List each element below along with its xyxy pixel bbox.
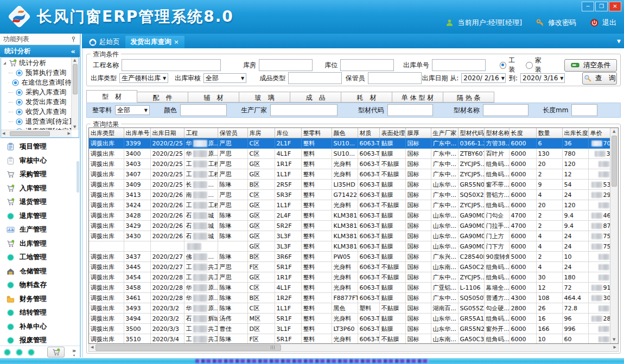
sidebar-item-14[interactable]: 报废管理 bbox=[0, 334, 80, 346]
search-button[interactable]: 查 询 bbox=[582, 72, 617, 85]
minimize-button[interactable]: ─ bbox=[582, 2, 594, 11]
table-row[interactable]: 调拨出库34452020/2/27工共工程严思F区5R1F整料光身料6063-T… bbox=[89, 262, 619, 272]
teal-dot-button-2[interactable] bbox=[16, 349, 23, 356]
column-header-5[interactable]: 库房 bbox=[247, 128, 275, 138]
table-row[interactable]: 调拨出库34372020/2/27佛...陈琳B区3R6F整料PW056063-… bbox=[89, 252, 619, 262]
table-row[interactable]: 调拨出库34292020/2/26石城陈琳G区5R2F整料KLM38176063… bbox=[89, 221, 619, 231]
column-header-12[interactable]: 生产厂家 bbox=[431, 128, 458, 138]
sidebar-item-0[interactable]: 项目管理 bbox=[0, 140, 80, 154]
cart-button[interactable] bbox=[47, 347, 65, 357]
sidebar-item-5[interactable]: 退库管理 bbox=[0, 209, 80, 223]
tab-shipping-outbound-query[interactable]: 发货出库查询 × bbox=[125, 36, 184, 48]
column-header-3[interactable]: 工程 bbox=[184, 128, 218, 138]
tab-home[interactable]: 起始页 bbox=[84, 36, 125, 48]
tree-item-5[interactable]: 退货查询[待定] bbox=[1, 117, 72, 126]
table-row[interactable]: 调拨出库34242020/2/26工工程严思G区1L1F整料光身料6063-T5… bbox=[89, 200, 619, 210]
material-tab-7[interactable]: 隔 热 条 bbox=[443, 92, 494, 103]
project-name-input[interactable] bbox=[122, 59, 221, 71]
tree-horizontal-scrollbar[interactable]: ◀ ▶ bbox=[1, 130, 72, 137]
menu-scrollbar[interactable] bbox=[77, 161, 79, 193]
tree-expander-icon[interactable] bbox=[3, 62, 6, 65]
column-header-16[interactable]: 数量 bbox=[536, 128, 562, 138]
tab-list-dropdown-icon[interactable]: ▼ bbox=[617, 39, 621, 44]
column-header-8[interactable]: 颜色 bbox=[332, 128, 358, 138]
column-header-13[interactable]: 型材代码 bbox=[458, 128, 484, 138]
clear-conditions-button[interactable]: 清空条件 bbox=[564, 59, 617, 72]
column-header-9[interactable]: 材质 bbox=[358, 128, 379, 138]
table-row[interactable]: G区3L3F整料KLM38176063-T5贴膜国标山东华...GA90M09.… bbox=[89, 241, 619, 252]
table-row[interactable]: 调拨出库33992020/2/25华原...严思C区2L1F整料SU10...6… bbox=[89, 138, 619, 149]
expand-more-button[interactable]: »▾ bbox=[72, 348, 76, 357]
out-type-select[interactable]: 生产领料出库▼ bbox=[119, 73, 168, 83]
sidebar-item-13[interactable]: 补单中心 bbox=[0, 320, 80, 334]
sidebar-item-2[interactable]: 采购管理 bbox=[0, 168, 80, 182]
table-row[interactable]: 调拨出库35002020/3/3工共工程曹佳D区3L1F整料LT3P606063… bbox=[89, 324, 619, 334]
scroll-down-icon[interactable]: ▼ bbox=[613, 338, 615, 342]
teal-dot-button-3[interactable] bbox=[28, 349, 35, 356]
scroll-up-icon[interactable]: ▲ bbox=[73, 59, 76, 62]
sidebar-item-7[interactable]: 出库管理 bbox=[0, 237, 80, 251]
column-header-0[interactable]: 出库类型 bbox=[89, 128, 124, 138]
table-row[interactable]: 调拨出库34282020/2/26石城陈琳G区2L4F整料KLM38176063… bbox=[89, 210, 619, 221]
radio-home-dot[interactable] bbox=[526, 62, 532, 69]
section-header-stats[interactable]: 统计分析 « bbox=[0, 45, 80, 57]
table-row[interactable]: 调拨出库34942020/3/2石辉城汤伟M区5R1F整料光身料6063-T5贴… bbox=[89, 314, 619, 324]
column-header-1[interactable]: 出库单号 bbox=[124, 128, 150, 138]
keeper-input[interactable] bbox=[368, 72, 422, 84]
profile-name-input[interactable] bbox=[483, 104, 529, 116]
collapse-icon[interactable]: « bbox=[71, 47, 75, 55]
table-row[interactable]: 调拨出库34542020/2/28工共工程严思G区1R1F整料光身料6063-T… bbox=[89, 272, 619, 283]
sidebar-item-10[interactable]: 物料盘存 bbox=[0, 278, 80, 292]
material-tab-3[interactable]: 玻 璃 bbox=[239, 92, 290, 103]
column-header-18[interactable]: 单价 bbox=[588, 128, 612, 138]
manufacturer-input[interactable] bbox=[270, 104, 338, 116]
teal-dot-button-1[interactable] bbox=[4, 349, 11, 356]
color-input[interactable] bbox=[180, 104, 227, 116]
material-tab-4[interactable]: 成 品 bbox=[290, 92, 341, 103]
logout-link[interactable]: 退出 bbox=[602, 18, 616, 28]
column-header-10[interactable]: 表面处理 bbox=[379, 128, 405, 138]
tree-root-stats[interactable]: 统计分析 bbox=[1, 58, 72, 68]
column-header-17[interactable]: 出库长度 bbox=[562, 128, 588, 138]
grid-vertical-scrollbar[interactable]: ▲ ▼ bbox=[610, 128, 618, 343]
table-row[interactable]: 调拨出库34582020/2/28华原...陈琳C区4L1F整料光身料6063-… bbox=[89, 283, 619, 293]
table-row[interactable]: 调拨出库35102020/3/4工共工程陈琳F区5R1F整料光身料6063-T5… bbox=[89, 334, 619, 344]
radio-engineering-dot[interactable] bbox=[500, 62, 506, 69]
pushpin-icon[interactable] bbox=[71, 36, 77, 42]
radio-engineering[interactable]: 工装 bbox=[500, 56, 521, 74]
material-tab-2[interactable]: 辅 材 bbox=[188, 92, 239, 103]
table-row[interactable]: 调拨出库34302020/2/26石城陈琳G区3L3F整料KLM38176063… bbox=[89, 231, 619, 241]
sidebar-item-9[interactable]: 仓储管理 bbox=[0, 265, 80, 279]
scroll-left-icon[interactable]: ◀ bbox=[2, 132, 5, 136]
length-input[interactable] bbox=[571, 104, 597, 116]
table-row[interactable]: 调拨出库34612020/2/28华原...陈琳B区1R2F整料F8877FT6… bbox=[89, 293, 619, 303]
material-tab-6[interactable]: 单 体 型 材 bbox=[392, 92, 443, 103]
tree-item-2[interactable]: 采购入库查询 bbox=[1, 87, 72, 97]
column-header-11[interactable]: 膜厚 bbox=[405, 128, 431, 138]
order-no-input[interactable] bbox=[432, 59, 486, 71]
product-type-input[interactable] bbox=[288, 72, 342, 84]
column-header-4[interactable]: 保管员 bbox=[218, 128, 247, 138]
maximize-button[interactable]: ❐ bbox=[595, 2, 608, 11]
tree-item-3[interactable]: 发货出库查询 bbox=[1, 97, 72, 107]
location-input[interactable] bbox=[340, 59, 394, 71]
scroll-left-icon[interactable]: ◀ bbox=[91, 346, 93, 349]
warehouse-input[interactable] bbox=[259, 59, 313, 71]
table-row[interactable]: 调拨出库34072020/2/25工工程严思G区1L1F整料光身料6063-T5… bbox=[89, 169, 619, 180]
tree-item-4[interactable]: 收货入库查询 bbox=[1, 107, 72, 117]
table-row[interactable]: 调拨出库34132020/2/26南...严思C区5R3F整料G71422606… bbox=[89, 190, 619, 200]
grid-horizontal-scrollbar[interactable]: ◀ ▶ bbox=[88, 344, 619, 352]
profile-code-input[interactable] bbox=[387, 104, 433, 116]
sidebar-item-1[interactable]: 审核中心 bbox=[0, 154, 80, 168]
sidebar-item-11[interactable]: 财务管理 bbox=[0, 292, 80, 306]
column-header-14[interactable]: 型材名称 bbox=[484, 128, 509, 138]
column-header-2[interactable]: 出库日期 bbox=[150, 128, 184, 138]
radio-home[interactable]: 家装 bbox=[526, 56, 547, 74]
audit-select[interactable]: 全部▼ bbox=[203, 73, 246, 83]
date-to-picker[interactable]: 2020/ 3/16▼ bbox=[520, 73, 565, 83]
column-header-7[interactable]: 整零料 bbox=[301, 128, 332, 138]
table-row[interactable]: 调拨出库34032020/2/25工工程严思G区1R1F整料光身料6063-T5… bbox=[89, 159, 619, 169]
scroll-right-icon[interactable]: ▶ bbox=[614, 346, 616, 349]
scroll-up-icon[interactable]: ▲ bbox=[613, 130, 615, 133]
table-row[interactable]: 调拨出库34092020/2/25长...陈琳B区2R5F整料LI35HD606… bbox=[89, 180, 619, 190]
